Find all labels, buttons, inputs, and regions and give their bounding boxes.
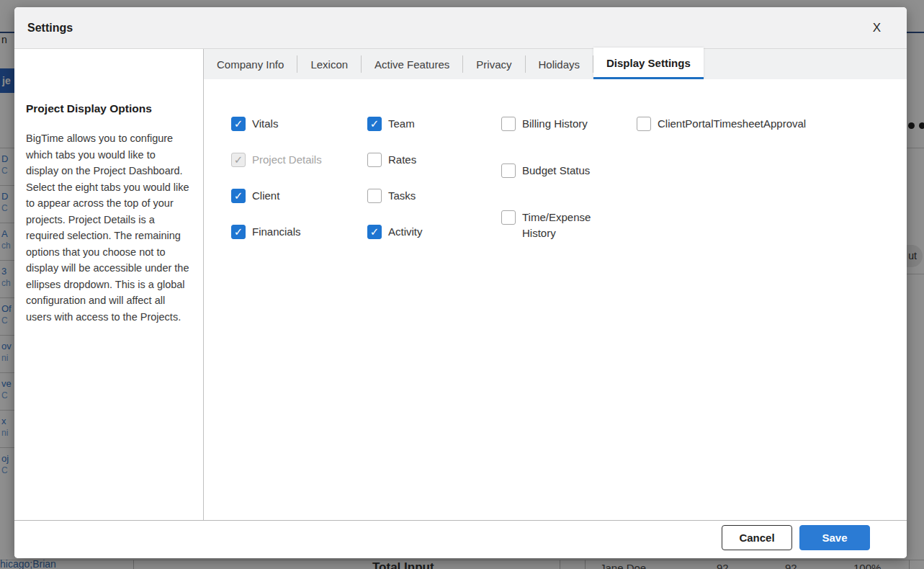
checkbox-time-expense-history[interactable]: Time/Expense History xyxy=(501,210,603,241)
tab-holidays[interactable]: Holidays xyxy=(526,49,593,79)
checkbox-financials[interactable]: Financials xyxy=(231,225,322,239)
tab-display-settings[interactable]: Display Settings xyxy=(593,48,704,79)
checkbox-label: Vitals xyxy=(252,117,278,131)
panel-heading: Project Display Options xyxy=(26,102,190,115)
tab-privacy[interactable]: Privacy xyxy=(463,49,524,79)
checkbox-box-icon[interactable] xyxy=(501,163,516,178)
checkbox-label: Rates xyxy=(388,153,416,167)
tab-active-features[interactable]: Active Features xyxy=(362,49,462,79)
checkbox-budget-status[interactable]: Budget Status xyxy=(501,163,603,179)
checkbox-box-icon[interactable] xyxy=(367,117,382,131)
modal-content: Company Info Lexicon Active Features Pri… xyxy=(204,49,907,520)
modal-footer: Cancel Save xyxy=(14,521,907,558)
options-column-3: Billing History Budget Status Time/Expen… xyxy=(501,117,603,241)
settings-tabbar: Company Info Lexicon Active Features Pri… xyxy=(204,49,907,79)
checkbox-box-icon[interactable] xyxy=(501,117,516,131)
checkbox-team[interactable]: Team xyxy=(367,117,423,131)
modal-body: Project Display Options BigTime allows y… xyxy=(14,49,907,521)
app-page: n je DCDCAch3chOfCovniveCxniojC hicago;B… xyxy=(0,0,924,569)
options-column-1: Vitals Project Details Client Finan xyxy=(231,117,322,239)
checkbox-label: Budget Status xyxy=(522,163,590,179)
modal-title: Settings xyxy=(27,22,73,35)
checkbox-project-details: Project Details xyxy=(231,153,322,167)
checkbox-label: Activity xyxy=(388,225,423,239)
close-icon[interactable]: X xyxy=(867,18,887,38)
checkbox-label: ClientPortalTimesheetApproval xyxy=(658,117,806,131)
checkbox-vitals[interactable]: Vitals xyxy=(231,117,322,131)
checkbox-label: Time/Expense History xyxy=(522,210,603,241)
cancel-button[interactable]: Cancel xyxy=(722,525,792,550)
tab-lexicon[interactable]: Lexicon xyxy=(297,49,361,79)
checkbox-box-icon[interactable] xyxy=(637,117,651,131)
checkbox-label: Financials xyxy=(252,225,301,239)
checkbox-box-icon[interactable] xyxy=(231,189,246,203)
options-column-4: ClientPortalTimesheetApproval xyxy=(637,117,806,131)
display-options-area: Vitals Project Details Client Finan xyxy=(204,79,907,520)
settings-modal: Settings X Project Display Options BigTi… xyxy=(14,7,907,558)
checkbox-tasks[interactable]: Tasks xyxy=(367,189,423,203)
checkbox-box-icon[interactable] xyxy=(501,210,516,225)
options-column-2: Team Rates Tasks Activity xyxy=(367,117,423,239)
checkbox-box-icon xyxy=(231,153,246,167)
checkbox-client[interactable]: Client xyxy=(231,189,322,203)
checkbox-billing-history[interactable]: Billing History xyxy=(501,117,603,132)
tab-company-info[interactable]: Company Info xyxy=(204,49,297,79)
checkbox-label: Tasks xyxy=(388,189,416,203)
checkbox-label: Team xyxy=(388,117,415,131)
checkbox-rates[interactable]: Rates xyxy=(367,153,423,167)
checkbox-box-icon[interactable] xyxy=(367,225,382,239)
checkbox-box-icon[interactable] xyxy=(231,117,246,131)
checkbox-clientportaltimesheetapproval[interactable]: ClientPortalTimesheetApproval xyxy=(637,117,806,131)
modal-header: Settings X xyxy=(14,7,907,49)
panel-description: BigTime allows you to configure which ta… xyxy=(26,130,190,325)
checkbox-label: Client xyxy=(252,189,279,203)
checkbox-box-icon[interactable] xyxy=(367,153,382,167)
checkbox-box-icon[interactable] xyxy=(231,225,246,239)
options-description-panel: Project Display Options BigTime allows y… xyxy=(14,49,204,520)
checkbox-activity[interactable]: Activity xyxy=(367,225,423,239)
save-button[interactable]: Save xyxy=(799,525,870,550)
checkbox-box-icon[interactable] xyxy=(367,189,382,203)
checkbox-label: Project Details xyxy=(252,153,322,167)
checkbox-label: Billing History xyxy=(522,116,588,132)
